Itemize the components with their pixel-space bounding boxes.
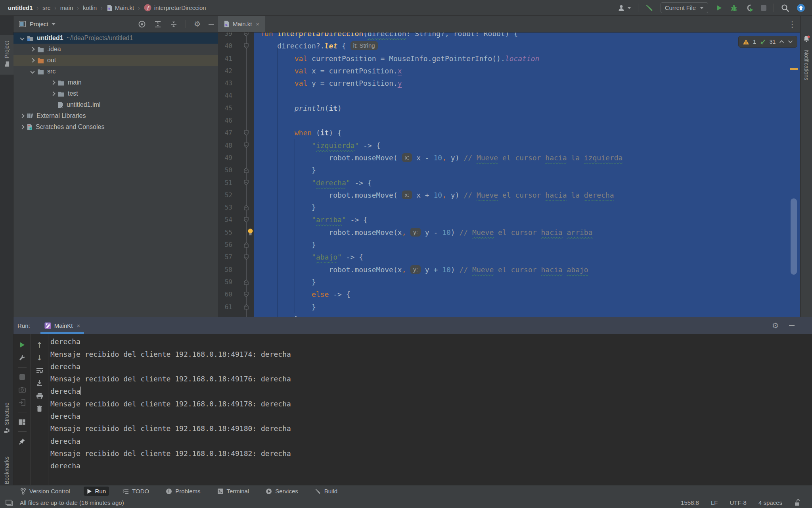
fold-end-icon[interactable] (244, 279, 249, 285)
code-line-48[interactable]: 48 "izquierda" -> { (218, 139, 800, 152)
collapse-all-icon[interactable] (170, 20, 178, 28)
breadcrumb-item-main[interactable]: main (60, 4, 73, 11)
thread-dump-camera-icon[interactable] (13, 383, 31, 396)
clear-console-trash-icon[interactable] (31, 402, 48, 415)
tool-window-button-todo[interactable]: TODO (119, 487, 152, 496)
up-stack-trace-icon[interactable]: ↑ (31, 339, 48, 351)
error-stripe-warning-mark[interactable] (790, 68, 798, 70)
pin-tab-icon[interactable] (13, 435, 31, 448)
tree-item-scratches-and-consoles[interactable]: Scratches and Consoles (13, 121, 218, 133)
tool-window-toggle-icon[interactable] (6, 500, 13, 506)
code-line-53[interactable]: 53 } (218, 201, 800, 214)
close-run-tab-icon[interactable]: × (77, 322, 80, 329)
attach-debugger-icon[interactable] (13, 396, 31, 409)
code-line-51[interactable]: 51 "derecha" -> { (218, 177, 800, 189)
code-text[interactable] (254, 89, 800, 102)
code-editor[interactable]: 39fun interpretarDireccion(direccion: St… (218, 33, 800, 317)
project-panel-title[interactable]: Project (30, 21, 48, 27)
code-text[interactable]: "arriba" -> { (254, 214, 800, 226)
code-line-44[interactable]: 44 (218, 89, 800, 102)
hide-panel-icon[interactable] (209, 24, 214, 25)
fold-start-icon[interactable] (244, 217, 249, 223)
tree-expanded-chevron-icon[interactable] (28, 70, 37, 73)
code-line-59[interactable]: 59 } (218, 276, 800, 288)
next-problem-chevron-icon[interactable] (788, 40, 793, 43)
code-line-41[interactable]: 41 val currentPosition = MouseInfo.getPo… (218, 52, 800, 65)
update-available-icon[interactable] (796, 3, 806, 13)
code-text[interactable]: fun interpretarDireccion(direccion: Stri… (254, 33, 800, 40)
code-line-56[interactable]: 56 } (218, 239, 800, 251)
restore-layout-icon[interactable] (13, 416, 31, 428)
fold-start-icon[interactable] (244, 142, 249, 148)
tool-window-button-problems[interactable]: Problems (163, 487, 203, 496)
editor-tab-mainkt[interactable]: Main.kt × (218, 16, 265, 32)
code-text[interactable]: direccion?.let { it: String (254, 40, 800, 52)
prev-problem-chevron-icon[interactable] (779, 40, 784, 43)
run-configuration-select[interactable]: Current File (661, 2, 708, 13)
fold-start-icon[interactable] (244, 130, 249, 136)
minimize-run-panel-icon[interactable] (789, 325, 795, 326)
tree-collapsed-chevron-icon[interactable] (28, 48, 37, 51)
search-everywhere-icon[interactable] (781, 4, 789, 12)
tree-item-out[interactable]: out (13, 55, 218, 66)
breadcrumb[interactable]: untitled1›src›main›kotlin›Main.kt›finter… (0, 4, 206, 12)
tree-collapsed-chevron-icon[interactable] (17, 125, 27, 129)
code-line-57[interactable]: 57 "abajo" -> { (218, 251, 800, 263)
code-line-49[interactable]: 49 robot.mouseMove( x: x - 10, y) // Mue… (218, 152, 800, 164)
expand-all-icon[interactable] (154, 20, 162, 28)
run-settings-gear-icon[interactable]: ⚙ (772, 322, 779, 329)
code-text[interactable]: } (254, 239, 800, 251)
edit-configuration-wrench-icon[interactable] (13, 351, 31, 364)
build-hammer-icon[interactable] (645, 4, 654, 12)
code-text[interactable]: "abajo" -> { (254, 251, 800, 263)
run-with-coverage-button[interactable] (745, 4, 754, 12)
code-text[interactable]: } (254, 201, 800, 214)
breadcrumb-item-untitled1[interactable]: untitled1 (8, 4, 33, 11)
run-button[interactable] (715, 4, 723, 12)
user-icon[interactable] (618, 4, 631, 12)
code-text[interactable]: "izquierda" -> { (254, 139, 800, 152)
scroll-to-end-icon[interactable] (31, 377, 48, 389)
fold-start-icon[interactable] (244, 43, 249, 49)
console-output[interactable]: derechaderechaMensaje recibido del clien… (50, 334, 291, 472)
code-line-62[interactable]: 62 } (218, 313, 800, 317)
debug-button[interactable] (730, 4, 738, 12)
code-text[interactable]: robot.mouseMove( x: x - 10, y) // Mueve … (254, 152, 800, 164)
code-text[interactable]: robot.mouseMove(x, y: y - 10) // Mueve e… (254, 226, 800, 239)
fold-end-icon[interactable] (244, 304, 249, 310)
breadcrumb-item-main-kt[interactable]: Main.kt (107, 4, 134, 11)
code-text[interactable]: robot.mouseMove(x, y: y + 10) // Mueve e… (254, 264, 800, 276)
select-opened-file-icon[interactable] (138, 20, 146, 28)
line-separator[interactable]: LF (711, 499, 718, 506)
stop-button[interactable] (760, 5, 767, 11)
tool-strip-project-tab[interactable]: Project (4, 41, 10, 67)
project-settings-gear-icon[interactable]: ⚙ (194, 20, 201, 28)
code-text[interactable]: robot.mouseMove( x: x + 10, y) // Mueve … (254, 189, 800, 201)
code-line-42[interactable]: 42 val x = currentPosition.x (218, 65, 800, 77)
code-text[interactable]: } (254, 164, 800, 176)
tree-item-test[interactable]: test (13, 88, 218, 99)
tool-window-button-version-control[interactable]: Version Control (17, 487, 73, 496)
code-text[interactable]: else -> { (254, 288, 800, 300)
code-line-39[interactable]: 39fun interpretarDireccion(direccion: St… (218, 33, 800, 40)
code-text[interactable]: val y = currentPosition.y (254, 77, 800, 89)
code-text[interactable]: } (254, 301, 800, 313)
tree-item-src[interactable]: src (13, 66, 218, 77)
code-text[interactable]: val currentPosition = MouseInfo.getPoint… (254, 52, 800, 65)
rerun-button[interactable] (13, 339, 31, 351)
indent-setting[interactable]: 4 spaces (758, 499, 782, 506)
tree-collapsed-chevron-icon[interactable] (28, 59, 37, 62)
code-line-54[interactable]: 54 "arriba" -> { (218, 214, 800, 226)
breadcrumb-item-kotlin[interactable]: kotlin (83, 4, 97, 11)
caret-position[interactable]: 1558:8 (681, 499, 699, 506)
project-view-dropdown-caret[interactable] (52, 23, 56, 25)
code-line-43[interactable]: 43 val y = currentPosition.y (218, 77, 800, 89)
tree-expanded-chevron-icon[interactable] (17, 37, 27, 40)
code-text[interactable]: "derecha" -> { (254, 177, 800, 189)
fold-start-icon[interactable] (244, 180, 249, 185)
tree-collapsed-chevron-icon[interactable] (17, 114, 27, 117)
notifications-bell-icon[interactable] (802, 35, 810, 43)
down-stack-trace-icon[interactable]: ↓ (31, 351, 48, 364)
fold-end-icon[interactable] (244, 167, 249, 173)
notifications-tab[interactable]: Notifications (803, 50, 810, 80)
